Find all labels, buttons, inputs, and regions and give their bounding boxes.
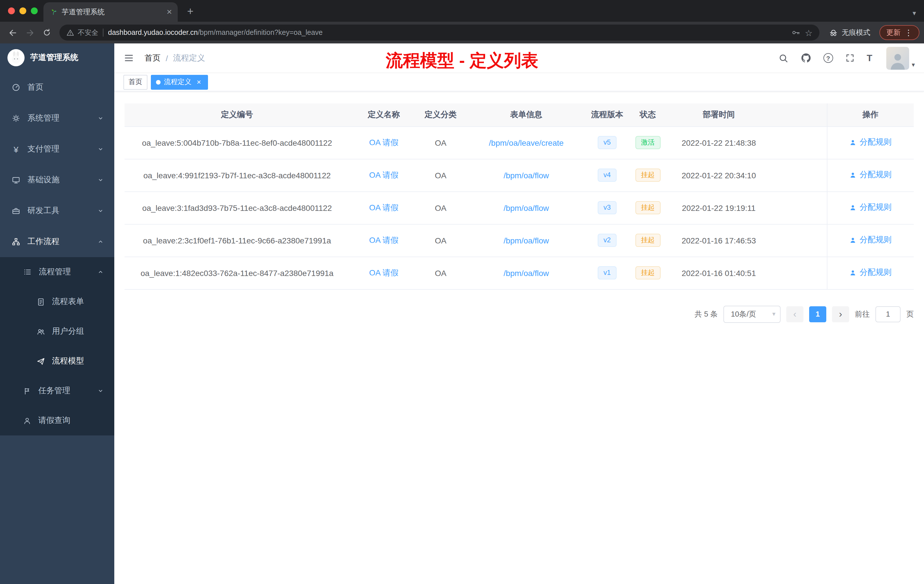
cell-category: OA — [418, 224, 463, 257]
update-label: 更新 — [886, 28, 901, 38]
form-link[interactable]: /bpm/oa/leave/create — [489, 138, 564, 147]
rabbit-logo-icon — [8, 50, 23, 65]
user-menu[interactable]: ▾ — [886, 46, 915, 69]
assign-rule-button[interactable]: 分配规则 — [850, 235, 892, 246]
cell-category: OA — [418, 257, 463, 289]
cell-definition-id: oa_leave:3:1fad3d93-7b75-11ec-a3c8-acde4… — [125, 191, 350, 224]
avatar[interactable] — [886, 46, 909, 69]
sidebar-toggle-button[interactable] — [124, 53, 134, 63]
sidebar-item-label: 工作流程 — [27, 237, 90, 247]
incognito-badge: 无痕模式 — [824, 28, 875, 38]
close-window-button[interactable] — [8, 7, 15, 14]
sidebar-item-user-group[interactable]: 用户分组 — [0, 317, 114, 346]
tab-title: 芋道管理系统 — [62, 7, 162, 17]
sidebar-item-task-management[interactable]: 任务管理 — [0, 376, 114, 406]
address-bar[interactable]: 不安全 dashboard.yudao.iocoder.cn/bpm/manag… — [59, 25, 819, 41]
page-size-value: 10条/页 — [731, 309, 756, 319]
close-icon[interactable]: × — [195, 78, 203, 86]
github-link[interactable] — [800, 53, 811, 63]
sidebar-item-home[interactable]: 首页 — [0, 72, 114, 103]
tag-process-definition[interactable]: 流程定义 × — [151, 74, 208, 89]
definition-name-link[interactable]: OA 请假 — [369, 235, 399, 244]
browser-update-button[interactable]: 更新 ⋮ — [879, 25, 919, 40]
browser-tab[interactable]: 芋道管理系统 × — [43, 2, 178, 22]
assign-rule-button[interactable]: 分配规则 — [850, 137, 892, 148]
chevron-down-icon — [97, 177, 104, 183]
form-link[interactable]: /bpm/oa/flow — [503, 268, 549, 277]
form-link[interactable]: /bpm/oa/flow — [503, 203, 549, 212]
goto-page-input[interactable] — [875, 306, 901, 322]
breadcrumb-separator: / — [166, 53, 168, 63]
page-size-select[interactable]: 10条/页 ▾ — [723, 305, 780, 323]
url-host: dashboard.yudao.iocoder.cn — [108, 28, 198, 36]
password-key-icon[interactable] — [791, 28, 800, 37]
browser-window: 芋道管理系统 × + ▾ 不安全 dashboard.yudao.iocoder… — [0, 0, 924, 584]
assign-rule-button[interactable]: 分配规则 — [850, 170, 892, 180]
tags-view-bar: 首页 流程定义 × — [114, 73, 924, 91]
definition-name-link[interactable]: OA 请假 — [369, 268, 399, 277]
help-icon[interactable]: ? — [823, 53, 833, 63]
cell-deploy-time: 2022-01-22 20:34:10 — [671, 159, 767, 191]
next-page-button[interactable]: › — [832, 306, 849, 322]
definition-name-link[interactable]: OA 请假 — [369, 203, 399, 212]
sidebar-item-process-form[interactable]: 流程表单 — [0, 287, 114, 317]
page-number-button[interactable]: 1 — [809, 306, 826, 322]
chevron-down-icon — [97, 115, 104, 122]
search-button[interactable] — [778, 53, 788, 63]
sidebar-item-label: 流程管理 — [39, 267, 90, 277]
tab-close-icon[interactable]: × — [167, 7, 172, 17]
page-unit-label: 页 — [906, 309, 914, 319]
prev-page-button[interactable]: ‹ — [786, 306, 804, 322]
col-definition-name: 定义名称 — [350, 104, 418, 126]
sidebar-item-system[interactable]: 系统管理 — [0, 103, 114, 134]
sidebar-item-process-management[interactable]: 流程管理 — [0, 257, 114, 287]
new-tab-button[interactable]: + — [183, 4, 198, 19]
form-link[interactable]: /bpm/oa/flow — [503, 171, 549, 180]
browser-tabstrip: 芋道管理系统 × + ▾ — [0, 0, 924, 22]
zoom-window-button[interactable] — [31, 7, 38, 14]
person-icon — [850, 204, 857, 211]
definition-name-link[interactable]: OA 请假 — [369, 170, 399, 179]
cell-definition-id: oa_leave:1:482ec033-762a-11ec-8477-a2380… — [125, 257, 350, 289]
definition-table: 定义编号 定义名称 定义分类 表单信息 流程版本 状态 部署时间 操作 — [125, 104, 914, 289]
tag-home[interactable]: 首页 — [124, 74, 147, 89]
warning-triangle-icon — [66, 28, 74, 36]
col-status: 状态 — [625, 104, 671, 126]
col-process-version: 流程版本 — [589, 104, 625, 126]
macos-traffic-lights — [8, 7, 38, 14]
flag-icon — [23, 386, 31, 395]
table-row: oa_leave:5:004b710b-7b8a-11ec-8ef0-acde4… — [125, 126, 914, 159]
status-badge: 挂起 — [635, 234, 660, 247]
font-size-icon[interactable]: T — [866, 53, 872, 63]
brand-title: 芋道管理系统 — [30, 53, 78, 63]
minimize-window-button[interactable] — [20, 7, 26, 14]
pagination: 共 5 条 10条/页 ▾ ‹ 1 › 前往 页 — [125, 305, 914, 323]
assign-rule-button[interactable]: 分配规则 — [850, 203, 892, 213]
bookmark-star-icon[interactable]: ☆ — [805, 28, 813, 37]
sidebar-brand[interactable]: 芋道管理系统 — [0, 43, 114, 72]
fullscreen-button[interactable] — [845, 53, 855, 63]
breadcrumb-home[interactable]: 首页 — [145, 53, 160, 63]
sidebar-item-devtools[interactable]: 研发工具 — [0, 195, 114, 226]
users-icon — [36, 327, 45, 336]
kebab-menu-icon[interactable]: ⋮ — [904, 28, 912, 36]
reload-button[interactable] — [39, 25, 55, 41]
sidebar-item-label: 流程模型 — [52, 356, 104, 366]
sidebar-item-infrastructure[interactable]: 基础设施 — [0, 165, 114, 195]
assign-rule-button[interactable]: 分配规则 — [850, 268, 892, 278]
person-icon — [850, 172, 857, 179]
site-security[interactable]: 不安全 — [66, 28, 98, 38]
col-actions: 操作 — [827, 104, 914, 126]
sidebar-item-label: 研发工具 — [27, 206, 90, 216]
definition-name-link[interactable]: OA 请假 — [369, 137, 399, 147]
fullscreen-icon — [845, 53, 855, 63]
sidebar-item-workflow[interactable]: 工作流程 — [0, 226, 114, 257]
tab-search-chevron-icon[interactable]: ▾ — [912, 9, 916, 17]
sidebar-item-process-model[interactable]: 流程模型 — [0, 346, 114, 376]
url-text: dashboard.yudao.iocoder.cn/bpm/manager/d… — [108, 28, 323, 36]
breadcrumb: 首页 / 流程定义 — [145, 53, 205, 63]
form-link[interactable]: /bpm/oa/flow — [503, 236, 549, 245]
back-button[interactable] — [5, 25, 21, 41]
sidebar-item-leave-query[interactable]: 请假查询 — [0, 406, 114, 436]
sidebar-item-payment[interactable]: ¥ 支付管理 — [0, 134, 114, 165]
